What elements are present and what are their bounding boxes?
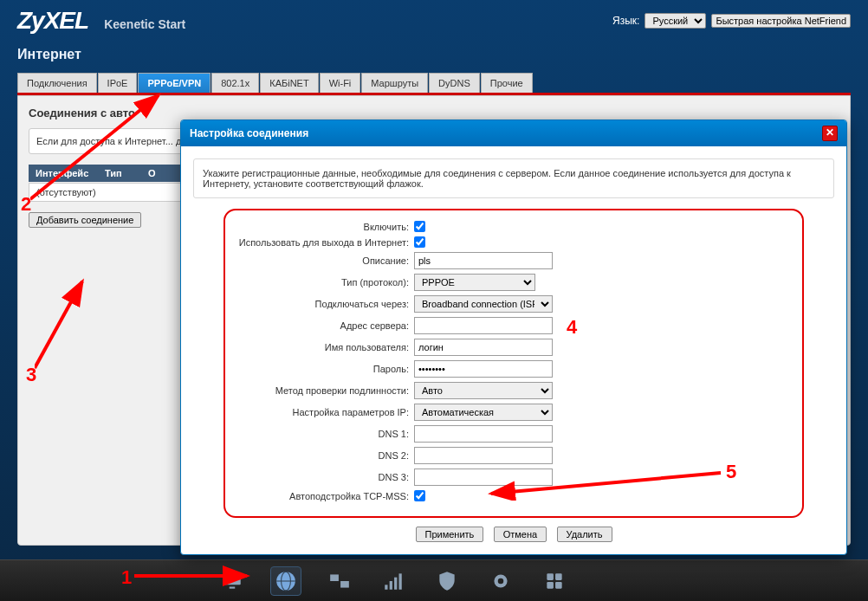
svg-rect-1 [230, 586, 236, 588]
checkbox-enable[interactable] [414, 221, 425, 232]
svg-rect-10 [399, 573, 402, 589]
svg-rect-16 [555, 582, 562, 589]
lang-select[interactable]: Русский [645, 13, 706, 29]
input-password[interactable] [414, 360, 553, 378]
input-username[interactable] [414, 339, 553, 356]
svg-rect-14 [555, 573, 562, 580]
input-description[interactable] [414, 252, 553, 269]
svg-rect-0 [223, 573, 241, 585]
close-icon[interactable]: ✕ [822, 126, 838, 141]
col-type: Тип [98, 165, 141, 182]
label-pass: Пароль: [232, 364, 414, 374]
tab-connections[interactable]: Подключения [17, 73, 97, 93]
form-highlight-box: Включить: Использовать для выхода в Инте… [223, 209, 804, 518]
checkbox-mss[interactable] [414, 490, 425, 501]
label-use-internet: Использовать для выхода в Интернет: [232, 237, 414, 248]
modal-title: Настройка соединения [190, 127, 308, 139]
tab-strip: Подключения IPoE PPPoE/VPN 802.1x КАБiNE… [17, 73, 851, 95]
select-ip[interactable]: Автоматическая [414, 404, 553, 421]
label-mss: Автоподстройка TCP-MSS: [232, 491, 414, 501]
dock-shield-icon[interactable] [431, 566, 463, 596]
tab-ipoe[interactable]: IPoE [98, 73, 138, 93]
add-connection-button[interactable]: Добавить соединение [29, 212, 141, 228]
tab-dydns[interactable]: DyDNS [429, 73, 480, 93]
page-title: Интернет [0, 42, 868, 73]
tab-pppoe-vpn[interactable]: PPPoE/VPN [138, 73, 211, 93]
dock-globe-icon[interactable] [270, 566, 301, 596]
svg-rect-6 [340, 581, 349, 588]
logo-block: ZyXEL Keenetic Start [17, 7, 185, 35]
cancel-button[interactable]: Отмена [494, 527, 547, 542]
tab-8021x[interactable]: 802.1x [211, 73, 259, 93]
modal-buttons: Применить Отмена Удалить [193, 527, 834, 542]
svg-rect-15 [547, 582, 554, 589]
input-server[interactable] [414, 317, 553, 334]
col-interface: Интерфейс [29, 165, 98, 182]
svg-rect-5 [330, 574, 339, 581]
product-name: Keenetic Start [104, 17, 185, 31]
tab-other[interactable]: Прочие [481, 73, 533, 93]
input-dns2[interactable] [414, 447, 553, 464]
svg-rect-9 [394, 577, 397, 589]
tab-kabinet[interactable]: КАБiNET [260, 73, 318, 93]
dock-apps-icon[interactable] [539, 566, 570, 596]
header: ZyXEL Keenetic Start Язык: Русский Быстр… [0, 0, 868, 42]
dock-monitor-icon[interactable] [217, 566, 248, 596]
select-auth[interactable]: Авто [414, 382, 553, 399]
checkbox-use-internet[interactable] [414, 236, 425, 248]
select-type[interactable]: PPPOE [414, 274, 535, 291]
label-server: Адрес сервера: [232, 320, 414, 331]
label-via: Подключаться через: [232, 299, 414, 309]
label-enable: Включить: [232, 222, 414, 232]
modal-title-bar: Настройка соединения ✕ [181, 120, 846, 146]
dock-network-icon[interactable] [324, 566, 355, 596]
label-dns1: DNS 1: [232, 429, 414, 439]
row-empty: (отсутствуют) [29, 184, 103, 201]
apply-button[interactable]: Применить [416, 527, 484, 542]
label-dns3: DNS 3: [232, 472, 414, 482]
quick-setup-button[interactable]: Быстрая настройка NetFriend [711, 14, 851, 28]
dock [0, 559, 868, 601]
col-o: О [141, 165, 167, 182]
modal-hint: Укажите регистрационные данные, необходи… [193, 158, 834, 198]
tab-wifi[interactable]: Wi-Fi [320, 73, 361, 93]
delete-button[interactable]: Удалить [557, 527, 612, 542]
label-type: Тип (протокол): [232, 277, 414, 288]
tab-routes[interactable]: Маршруты [361, 73, 428, 93]
input-dns1[interactable] [414, 425, 553, 443]
svg-rect-7 [385, 585, 387, 589]
label-user: Имя пользователя: [232, 342, 414, 352]
logo: ZyXEL [17, 7, 88, 35]
select-via[interactable]: Broadband connection (ISP) [414, 295, 553, 313]
input-dns3[interactable] [414, 469, 553, 486]
label-auth: Метод проверки подлинности: [232, 385, 414, 396]
dock-signal-icon[interactable] [378, 566, 409, 596]
svg-rect-13 [547, 573, 554, 580]
label-ip: Настройка параметров IP: [232, 407, 414, 417]
svg-point-12 [498, 578, 504, 584]
label-desc: Описание: [232, 255, 414, 266]
dock-gear-icon[interactable] [485, 566, 516, 596]
svg-rect-8 [390, 581, 392, 590]
connection-settings-modal: Настройка соединения ✕ Укажите регистрац… [180, 120, 847, 555]
label-dns2: DNS 2: [232, 450, 414, 461]
lang-section: Язык: Русский Быстрая настройка NetFrien… [612, 13, 851, 29]
lang-label: Язык: [612, 15, 639, 27]
panel-title: Соединения с авто [29, 107, 839, 120]
